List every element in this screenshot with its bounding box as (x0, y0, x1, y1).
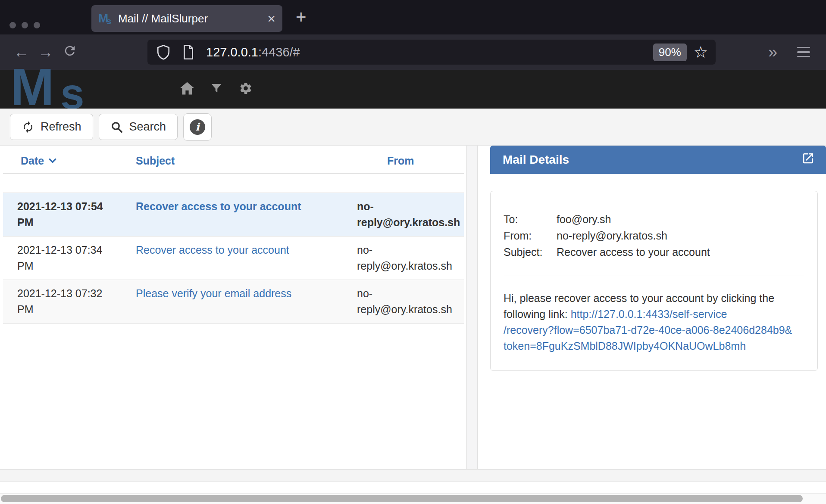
mail-row[interactable]: 2021-12-13 07:32 PM Please verify your e… (3, 280, 464, 324)
column-header-from[interactable]: From (387, 155, 464, 167)
footer-band (0, 469, 826, 482)
mailslurper-favicon-icon: M s (98, 12, 113, 25)
url-bar[interactable]: 127.0.0.1:4436/# 90% ☆ (147, 40, 716, 65)
mail-row[interactable]: 2021-12-13 07:54 PM Recover access to yo… (3, 193, 464, 236)
mail-subject-link[interactable]: Please verify your email address (136, 287, 291, 299)
page-icon[interactable] (182, 44, 195, 60)
mail-subject: Recover access to your account (136, 199, 357, 230)
field-from: From: no-reply@ory.kratos.sh (504, 227, 804, 244)
window-dot (9, 22, 16, 28)
mail-subject: Recover access to your account (136, 242, 357, 274)
field-label: From: (504, 227, 557, 244)
open-external-icon[interactable] (801, 152, 815, 168)
url-path: :4436/# (258, 45, 300, 59)
back-icon[interactable]: ← (9, 44, 34, 60)
field-value: Recover access to your account (557, 244, 710, 260)
mail-date: 2021-12-13 07:32 PM (17, 286, 136, 317)
horizontal-scrollbar-thumb[interactable] (1, 495, 803, 502)
mail-list-pane: Date Subject From 2021-12-13 07:54 PM Re… (0, 146, 467, 469)
mail-rows: 2021-12-13 07:54 PM Recover access to yo… (3, 193, 464, 324)
info-icon: i (190, 119, 205, 135)
card-divider (504, 276, 804, 276)
mail-from: no-reply@ory.kratos.sh (357, 286, 460, 317)
search-label: Search (129, 120, 166, 134)
mail-body: Hi, please recover access to your accoun… (504, 290, 804, 354)
browser-tab[interactable]: M s Mail // MailSlurper × (91, 5, 282, 32)
mail-from: no-reply@ory.kratos.sh (357, 199, 463, 230)
column-header-subject[interactable]: Subject (136, 155, 357, 167)
pane-divider (467, 146, 478, 469)
mail-subject: Please verify your email address (136, 286, 357, 317)
tab-close-icon[interactable]: × (267, 12, 275, 25)
bookmark-star-icon[interactable]: ☆ (694, 44, 708, 60)
overflow-chevrons-icon[interactable]: » (768, 43, 775, 62)
browser-titlebar: M s Mail // MailSlurper × + (0, 0, 826, 34)
mail-details-title: Mail Details (503, 153, 569, 167)
browser-nav-toolbar: ← → 127.0.0.1:4436/# 90% ☆ » (0, 34, 826, 70)
shield-icon[interactable] (156, 44, 171, 60)
hamburger-menu-icon[interactable] (797, 47, 810, 58)
search-icon (110, 121, 123, 134)
svg-text:s: s (106, 16, 111, 25)
field-to: To: foo@ory.sh (504, 211, 804, 227)
home-icon[interactable] (173, 81, 201, 97)
main-content: Date Subject From 2021-12-13 07:54 PM Re… (0, 146, 826, 469)
mailslurper-logo: M s (10, 69, 105, 109)
zoom-level-badge[interactable]: 90% (653, 44, 687, 61)
svg-text:M: M (10, 69, 54, 109)
refresh-label: Refresh (41, 120, 81, 134)
tab-title: Mail // MailSlurper (118, 12, 208, 25)
info-button[interactable]: i (183, 113, 212, 141)
forward-icon[interactable]: → (34, 44, 58, 60)
window-dot (22, 22, 28, 28)
field-value: no-reply@ory.kratos.sh (557, 227, 667, 244)
field-label: Subject: (504, 244, 557, 260)
mail-date: 2021-12-13 07:34 PM (17, 242, 136, 274)
mail-from: no-reply@ory.kratos.sh (357, 242, 460, 274)
field-subject: Subject: Recover access to your account (504, 244, 804, 260)
field-value: foo@ory.sh (557, 211, 611, 227)
refresh-button[interactable]: Refresh (10, 114, 93, 140)
refresh-icon (22, 121, 34, 134)
mail-list-header: Date Subject From (3, 149, 464, 174)
url-text: 127.0.0.1:4436/# (206, 45, 300, 59)
window-dot (34, 22, 40, 28)
mail-subject-link[interactable]: Recover access to your account (136, 200, 301, 212)
horizontal-scrollbar[interactable] (0, 493, 826, 504)
mail-subject-link[interactable]: Recover access to your account (136, 244, 289, 256)
gear-icon[interactable] (232, 81, 260, 97)
sort-chevron-down-icon (48, 156, 57, 165)
mail-details-header: Mail Details (490, 146, 826, 174)
column-header-date[interactable]: Date (21, 155, 136, 167)
mail-date: 2021-12-13 07:54 PM (17, 199, 136, 230)
url-host: 127.0.0.1 (206, 45, 258, 59)
mail-details-pane: Mail Details To: foo@ory.sh From: no-rep… (478, 146, 826, 469)
footer-spacer (0, 482, 826, 493)
svg-text:s: s (60, 69, 84, 109)
mail-details-card: To: foo@ory.sh From: no-reply@ory.kratos… (490, 191, 818, 371)
reload-icon[interactable] (58, 44, 82, 61)
window-controls (9, 22, 40, 28)
app-toolbar: Refresh Search i (0, 109, 826, 146)
field-label: To: (504, 211, 557, 227)
mail-row[interactable]: 2021-12-13 07:34 PM Recover access to yo… (3, 236, 464, 280)
filter-icon[interactable] (203, 82, 230, 96)
new-tab-button[interactable]: + (296, 7, 307, 28)
search-button[interactable]: Search (99, 114, 178, 140)
app-navbar: M s (0, 70, 826, 109)
